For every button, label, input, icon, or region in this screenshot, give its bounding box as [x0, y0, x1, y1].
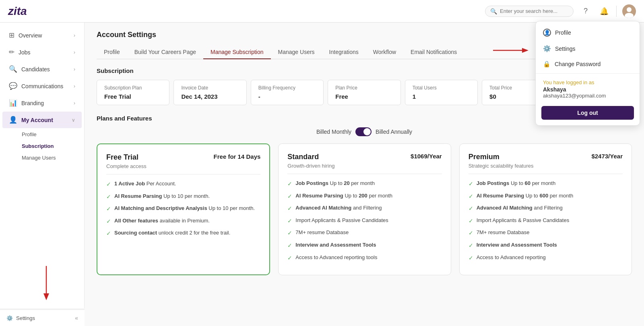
tab-manage-subscription[interactable]: Manage Subscription [203, 46, 271, 59]
billing-toggle[interactable] [355, 127, 372, 136]
feature-text: Interview and Assessment Tools [477, 241, 557, 249]
check-icon: ✓ [287, 205, 292, 213]
feature-text: Job Postings Up to 60 per month [477, 180, 556, 187]
plan-price-free-trial: Free for 14 Days [214, 153, 261, 160]
tab-manage-users[interactable]: Manage Users [271, 46, 322, 59]
sidebar-item-jobs[interactable]: ✏Jobs › [2, 44, 82, 60]
logged-in-as-text: You have logged in as [543, 79, 632, 85]
billing-toggle-row: Billed Monthly Billed Annually [97, 127, 632, 136]
sidebar-label-overview: Overview [19, 32, 42, 39]
dropdown-email: akshaya123@yopmail.com [543, 93, 632, 99]
prem-feature-3: ✓Import Applicants & Passive Candidates [469, 217, 623, 225]
prem-feature-6: ✓Access to Advanced reporting [469, 254, 623, 262]
tab-profile[interactable]: Profile [97, 46, 127, 59]
std-feature-4: ✓7M+ resume Database [287, 229, 442, 237]
card-value-billing-frequency: - [258, 93, 316, 100]
plans-grid: Free Trial Free for 14 Days Complete acc… [97, 143, 632, 275]
jobs-icon: ✏ [9, 48, 14, 56]
app-logo: zita [8, 5, 27, 18]
sidebar: ⊞Overview › ✏Jobs › 🔍Candidates › 💬Commu… [0, 23, 85, 308]
dropdown-change-password-label: Change Password [555, 61, 601, 67]
sidebar-item-branding[interactable]: 📊Branding › [2, 95, 82, 111]
check-icon: ✓ [469, 217, 473, 225]
search-input[interactable] [500, 8, 568, 14]
feature-text: 7M+ resume Database [477, 229, 530, 236]
sidebar-item-subscription[interactable]: Subscription [18, 140, 84, 152]
plan-feature-1: ✓AI Resume Parsing Up to 10 per month. [106, 193, 260, 201]
std-feature-3: ✓Import Applicants & Passive Candidates [287, 217, 442, 225]
sidebar-item-communications[interactable]: 💬Communications › [2, 78, 82, 94]
plan-subtitle-premium: Strategic scalability features [469, 163, 623, 174]
settings-bottom[interactable]: ⚙️ Settings « [0, 309, 85, 326]
prem-feature-5: ✓Interview and Assessment Tools [469, 241, 623, 250]
dropdown-item-profile[interactable]: 👤 Profile [536, 25, 640, 41]
sidebar-label-my-account: My Account [21, 117, 53, 123]
sidebar-item-overview[interactable]: ⊞Overview › [2, 27, 82, 44]
check-icon: ✓ [469, 229, 473, 237]
plan-feature-2: ✓AI Matching and Descriptive Analysis Up… [106, 205, 260, 213]
info-card-subscription-plan: Subscription Plan Free Trial [97, 80, 169, 105]
plan-feature-4: ✓Sourcing contact unlock credit 2 for th… [106, 229, 260, 238]
check-icon: ✓ [287, 242, 292, 250]
feature-text: AI Matching and Descriptive Analysis Up … [114, 205, 255, 212]
bell-icon[interactable]: 🔔 [598, 5, 611, 18]
help-icon[interactable]: ? [579, 5, 592, 18]
info-card-plan-price: Plan Price Free [328, 80, 400, 105]
card-label-invoice-date: Invoice Date [181, 85, 239, 91]
feature-text: AI Resume Parsing Up to 10 per month. [114, 193, 210, 200]
top-bar-right: 🔍 ? 🔔 [485, 4, 636, 18]
plan-name-free-trial: Free Trial [106, 153, 138, 162]
search-icon: 🔍 [490, 8, 497, 15]
plan-card-free-trial: Free Trial Free for 14 Days Complete acc… [97, 143, 270, 275]
billed-annually-label: Billed Annually [376, 129, 412, 135]
avatar[interactable] [622, 4, 636, 18]
comms-icon: 💬 [9, 82, 17, 90]
plan-card-premium: Premium $2473/Year Strategic scalability… [459, 143, 632, 275]
sidebar-item-profile[interactable]: Profile [18, 129, 84, 140]
check-icon: ✓ [106, 205, 111, 213]
tab-workflow[interactable]: Workflow [366, 46, 403, 59]
std-feature-2: ✓Advanced AI Matching and Filtering [287, 204, 442, 213]
branding-icon: 📊 [9, 99, 17, 107]
tab-build-careers-page[interactable]: Build Your Careers Page [127, 46, 203, 59]
dropdown-item-change-password[interactable]: 🔒 Change Password [536, 56, 640, 72]
settings-label: Settings [16, 315, 35, 321]
std-feature-5: ✓Interview and Assessment Tools [287, 241, 442, 250]
plan-name-standard: Standard [287, 153, 319, 161]
feature-text: 7M+ resume Database [295, 229, 349, 236]
divider [616, 6, 617, 17]
toggle-knob [363, 128, 371, 135]
prem-feature-1: ✓AI Resume Parsing Up to 600 per month [469, 192, 623, 201]
tab-integrations[interactable]: Integrations [322, 46, 366, 59]
plan-price-premium: $2473/Year [591, 153, 623, 160]
user-dropdown: 👤 Profile ⚙️ Settings 🔒 Change Password … [535, 21, 640, 126]
chevron-icon: › [74, 66, 75, 72]
gear-icon: ⚙️ [543, 45, 551, 52]
card-label-billing-frequency: Billing Frequency [258, 85, 316, 91]
std-feature-6: ✓Access to Advanced reporting tools [287, 254, 442, 262]
check-icon: ✓ [287, 193, 292, 201]
plan-header-standard: Standard $1069/Year [287, 153, 442, 161]
card-value-total-users: 1 [413, 93, 470, 100]
collapse-icon[interactable]: « [75, 315, 78, 321]
dropdown-item-settings[interactable]: ⚙️ Settings [536, 41, 640, 56]
sidebar-item-manage-users[interactable]: Manage Users [18, 152, 84, 164]
feature-text: Interview and Assessment Tools [295, 241, 376, 249]
logout-button[interactable]: Log out [541, 106, 634, 120]
billed-monthly-label: Billed Monthly [316, 129, 351, 135]
chevron-icon: › [74, 33, 75, 38]
sidebar-label-communications: Communications [21, 83, 63, 89]
sidebar-item-my-account[interactable]: 👤My Account ∨ [2, 112, 82, 128]
feature-text: Import Applicants & Passive Candidates [295, 217, 388, 224]
dropdown-profile-label: Profile [555, 29, 571, 36]
check-icon: ✓ [469, 180, 473, 188]
plan-card-standard: Standard $1069/Year Growth-driven hiring… [278, 143, 451, 275]
prem-feature-2: ✓Advanced AI Matching and Filtering [469, 204, 623, 213]
card-label-plan-price: Plan Price [335, 85, 393, 91]
feature-text: All Other features available in Premium. [114, 217, 210, 224]
search-box[interactable]: 🔍 [485, 6, 574, 17]
card-label-total-users: Total Users [413, 85, 470, 91]
tab-email-notifications[interactable]: Email Notifications [403, 46, 464, 59]
plan-subtitle-free-trial: Complete access [106, 163, 260, 174]
sidebar-item-candidates[interactable]: 🔍Candidates › [2, 61, 82, 77]
